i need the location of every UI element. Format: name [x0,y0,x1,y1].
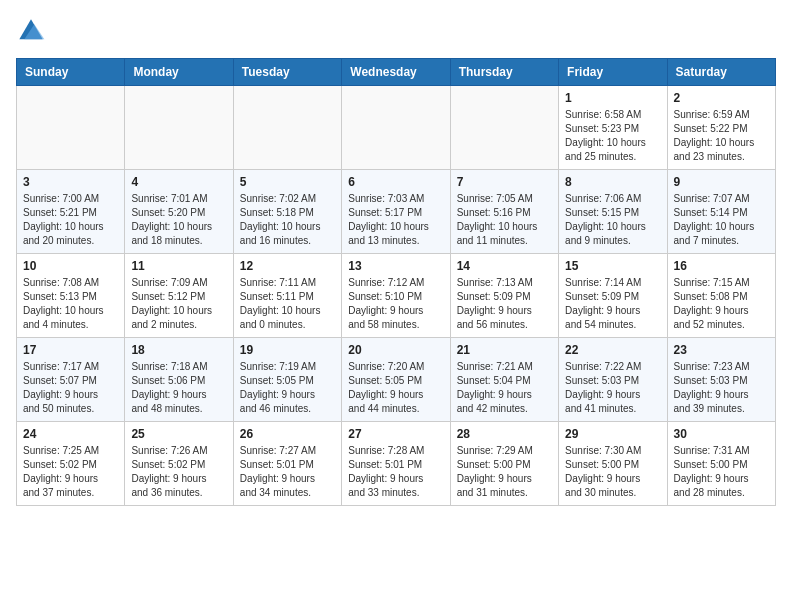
weekday-header: Thursday [450,59,558,86]
calendar-cell: 26Sunrise: 7:27 AM Sunset: 5:01 PM Dayli… [233,422,341,506]
day-info: Sunrise: 7:03 AM Sunset: 5:17 PM Dayligh… [348,192,443,248]
day-number: 27 [348,427,443,441]
calendar-cell: 18Sunrise: 7:18 AM Sunset: 5:06 PM Dayli… [125,338,233,422]
page-header [16,16,776,46]
day-number: 5 [240,175,335,189]
calendar-cell: 10Sunrise: 7:08 AM Sunset: 5:13 PM Dayli… [17,254,125,338]
calendar-cell: 4Sunrise: 7:01 AM Sunset: 5:20 PM Daylig… [125,170,233,254]
day-number: 9 [674,175,769,189]
day-number: 7 [457,175,552,189]
calendar-cell: 11Sunrise: 7:09 AM Sunset: 5:12 PM Dayli… [125,254,233,338]
day-info: Sunrise: 7:31 AM Sunset: 5:00 PM Dayligh… [674,444,769,500]
day-info: Sunrise: 7:07 AM Sunset: 5:14 PM Dayligh… [674,192,769,248]
calendar-week-row: 10Sunrise: 7:08 AM Sunset: 5:13 PM Dayli… [17,254,776,338]
day-info: Sunrise: 7:05 AM Sunset: 5:16 PM Dayligh… [457,192,552,248]
calendar-cell: 19Sunrise: 7:19 AM Sunset: 5:05 PM Dayli… [233,338,341,422]
calendar-cell: 28Sunrise: 7:29 AM Sunset: 5:00 PM Dayli… [450,422,558,506]
day-info: Sunrise: 7:29 AM Sunset: 5:00 PM Dayligh… [457,444,552,500]
day-info: Sunrise: 7:18 AM Sunset: 5:06 PM Dayligh… [131,360,226,416]
calendar-cell: 30Sunrise: 7:31 AM Sunset: 5:00 PM Dayli… [667,422,775,506]
day-info: Sunrise: 7:00 AM Sunset: 5:21 PM Dayligh… [23,192,118,248]
day-number: 21 [457,343,552,357]
day-info: Sunrise: 7:25 AM Sunset: 5:02 PM Dayligh… [23,444,118,500]
day-number: 13 [348,259,443,273]
calendar-week-row: 1Sunrise: 6:58 AM Sunset: 5:23 PM Daylig… [17,86,776,170]
day-number: 20 [348,343,443,357]
day-number: 24 [23,427,118,441]
day-info: Sunrise: 7:28 AM Sunset: 5:01 PM Dayligh… [348,444,443,500]
calendar-cell: 2Sunrise: 6:59 AM Sunset: 5:22 PM Daylig… [667,86,775,170]
calendar-cell: 6Sunrise: 7:03 AM Sunset: 5:17 PM Daylig… [342,170,450,254]
day-number: 10 [23,259,118,273]
calendar-cell: 22Sunrise: 7:22 AM Sunset: 5:03 PM Dayli… [559,338,667,422]
calendar-cell: 21Sunrise: 7:21 AM Sunset: 5:04 PM Dayli… [450,338,558,422]
day-number: 12 [240,259,335,273]
day-info: Sunrise: 7:02 AM Sunset: 5:18 PM Dayligh… [240,192,335,248]
calendar-cell [233,86,341,170]
day-info: Sunrise: 7:15 AM Sunset: 5:08 PM Dayligh… [674,276,769,332]
calendar-cell: 20Sunrise: 7:20 AM Sunset: 5:05 PM Dayli… [342,338,450,422]
calendar-cell: 13Sunrise: 7:12 AM Sunset: 5:10 PM Dayli… [342,254,450,338]
day-info: Sunrise: 7:13 AM Sunset: 5:09 PM Dayligh… [457,276,552,332]
day-number: 14 [457,259,552,273]
day-number: 2 [674,91,769,105]
logo [16,16,50,46]
day-info: Sunrise: 7:27 AM Sunset: 5:01 PM Dayligh… [240,444,335,500]
day-number: 6 [348,175,443,189]
weekday-header: Sunday [17,59,125,86]
day-number: 15 [565,259,660,273]
calendar-cell: 16Sunrise: 7:15 AM Sunset: 5:08 PM Dayli… [667,254,775,338]
day-info: Sunrise: 7:20 AM Sunset: 5:05 PM Dayligh… [348,360,443,416]
calendar-cell [125,86,233,170]
day-info: Sunrise: 7:22 AM Sunset: 5:03 PM Dayligh… [565,360,660,416]
logo-icon [16,16,46,46]
calendar-cell: 29Sunrise: 7:30 AM Sunset: 5:00 PM Dayli… [559,422,667,506]
day-number: 17 [23,343,118,357]
calendar-cell: 15Sunrise: 7:14 AM Sunset: 5:09 PM Dayli… [559,254,667,338]
calendar-cell [17,86,125,170]
day-info: Sunrise: 7:26 AM Sunset: 5:02 PM Dayligh… [131,444,226,500]
calendar-cell: 12Sunrise: 7:11 AM Sunset: 5:11 PM Dayli… [233,254,341,338]
calendar-cell: 5Sunrise: 7:02 AM Sunset: 5:18 PM Daylig… [233,170,341,254]
day-info: Sunrise: 7:01 AM Sunset: 5:20 PM Dayligh… [131,192,226,248]
day-number: 22 [565,343,660,357]
weekday-header: Tuesday [233,59,341,86]
day-info: Sunrise: 6:59 AM Sunset: 5:22 PM Dayligh… [674,108,769,164]
day-info: Sunrise: 6:58 AM Sunset: 5:23 PM Dayligh… [565,108,660,164]
day-info: Sunrise: 7:21 AM Sunset: 5:04 PM Dayligh… [457,360,552,416]
calendar-cell: 25Sunrise: 7:26 AM Sunset: 5:02 PM Dayli… [125,422,233,506]
calendar-cell: 17Sunrise: 7:17 AM Sunset: 5:07 PM Dayli… [17,338,125,422]
day-info: Sunrise: 7:08 AM Sunset: 5:13 PM Dayligh… [23,276,118,332]
day-number: 23 [674,343,769,357]
weekday-header: Saturday [667,59,775,86]
day-number: 28 [457,427,552,441]
day-number: 1 [565,91,660,105]
calendar-cell: 23Sunrise: 7:23 AM Sunset: 5:03 PM Dayli… [667,338,775,422]
day-number: 11 [131,259,226,273]
day-info: Sunrise: 7:06 AM Sunset: 5:15 PM Dayligh… [565,192,660,248]
day-number: 19 [240,343,335,357]
calendar-table: SundayMondayTuesdayWednesdayThursdayFrid… [16,58,776,506]
day-number: 8 [565,175,660,189]
day-number: 25 [131,427,226,441]
calendar-cell: 24Sunrise: 7:25 AM Sunset: 5:02 PM Dayli… [17,422,125,506]
weekday-header: Friday [559,59,667,86]
calendar-cell [342,86,450,170]
calendar-cell [450,86,558,170]
day-info: Sunrise: 7:19 AM Sunset: 5:05 PM Dayligh… [240,360,335,416]
calendar-week-row: 3Sunrise: 7:00 AM Sunset: 5:21 PM Daylig… [17,170,776,254]
day-number: 16 [674,259,769,273]
day-info: Sunrise: 7:14 AM Sunset: 5:09 PM Dayligh… [565,276,660,332]
calendar-cell: 27Sunrise: 7:28 AM Sunset: 5:01 PM Dayli… [342,422,450,506]
day-info: Sunrise: 7:11 AM Sunset: 5:11 PM Dayligh… [240,276,335,332]
calendar-cell: 8Sunrise: 7:06 AM Sunset: 5:15 PM Daylig… [559,170,667,254]
calendar-week-row: 24Sunrise: 7:25 AM Sunset: 5:02 PM Dayli… [17,422,776,506]
calendar-cell: 7Sunrise: 7:05 AM Sunset: 5:16 PM Daylig… [450,170,558,254]
day-number: 30 [674,427,769,441]
calendar-cell: 14Sunrise: 7:13 AM Sunset: 5:09 PM Dayli… [450,254,558,338]
day-number: 26 [240,427,335,441]
calendar-header-row: SundayMondayTuesdayWednesdayThursdayFrid… [17,59,776,86]
day-info: Sunrise: 7:17 AM Sunset: 5:07 PM Dayligh… [23,360,118,416]
calendar-cell: 1Sunrise: 6:58 AM Sunset: 5:23 PM Daylig… [559,86,667,170]
day-info: Sunrise: 7:23 AM Sunset: 5:03 PM Dayligh… [674,360,769,416]
